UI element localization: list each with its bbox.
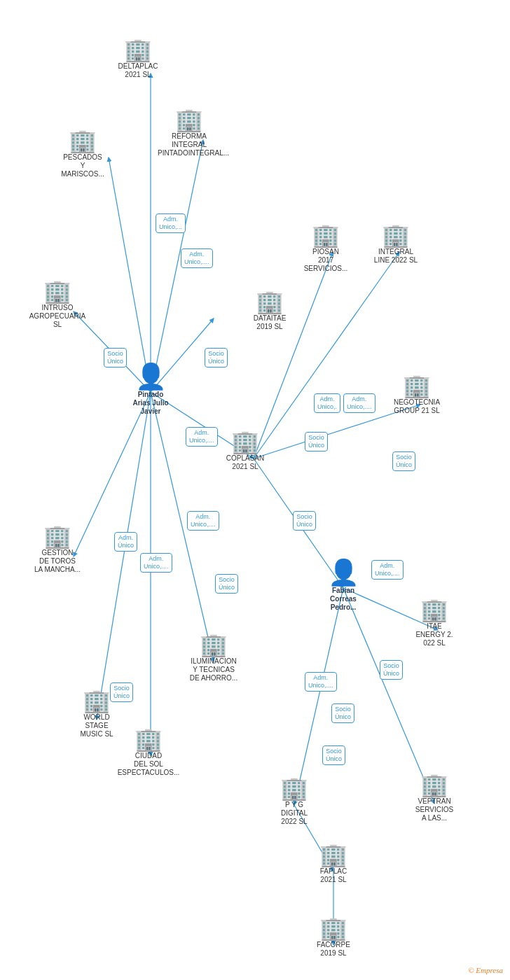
node-label: FACORPE2019 SL — [317, 941, 350, 958]
node-ciudad_del_sol: 🏢CIUDADDEL SOLESPECTACULOS... — [117, 728, 180, 777]
badge-b20[interactable]: SocioÚnico — [322, 746, 345, 765]
svg-line-14 — [254, 252, 333, 458]
node-label: ILUMINACIONY TECNICASDE AHORRO... — [190, 657, 237, 682]
node-iluminacion: 🏢ILUMINACIONY TECNICASDE AHORRO... — [182, 634, 245, 682]
badge-b19[interactable]: SocioÚnico — [331, 704, 354, 723]
person-icon: 👤 — [135, 364, 167, 389]
person-icon: 👤 — [328, 560, 359, 585]
node-label: GESTIONDE TOROSLA MANCHA... — [34, 549, 81, 574]
node-label: WORLDSTAGEMUSIC SL — [80, 713, 113, 738]
badge-b13[interactable]: Adm.Unico,.... — [187, 511, 219, 531]
building-icon: 🏢 — [200, 634, 228, 656]
badge-b6[interactable]: Adm.Unico,. — [314, 393, 340, 413]
badge-b15[interactable]: SocioÚnico — [110, 682, 133, 702]
badge-b14[interactable]: Adm.Unico,.... — [371, 560, 404, 580]
node-label: NEGOTECNIAGROUP 21 SL — [394, 398, 440, 415]
badge-b10[interactable]: SocioÚnico — [293, 511, 316, 531]
node-label: INTEGRALLINE 2022 SL — [374, 248, 418, 265]
building-icon: 🏢 — [256, 290, 284, 313]
badge-b17[interactable]: Adm.Unico,.... — [305, 672, 337, 692]
node-intruso: 🏢INTRUSOAGROPECUARIASL — [26, 280, 89, 329]
badge-b1[interactable]: Adm.Unico,... — [156, 214, 186, 233]
node-label: INTRUSOAGROPECUARIASL — [29, 304, 86, 329]
building-icon: 🏢 — [420, 774, 448, 796]
svg-line-15 — [254, 252, 399, 458]
building-icon: 🏢 — [382, 224, 410, 246]
building-icon: 🏢 — [69, 130, 97, 152]
node-dataitae: 🏢DATAITAE2019 SL — [238, 290, 301, 331]
node-label: FabianCorreasPedro... — [330, 587, 357, 612]
node-label: PintadoArias JulioJavier — [132, 391, 168, 416]
badge-b5[interactable]: Adm.Unico,.... — [186, 427, 218, 447]
node-veptran: 🏢VEPTRANSERVICIOSA LAS... — [403, 774, 466, 822]
node-reforma: 🏢REFORMAINTEGRALPINTADOINTEGRAL... — [158, 108, 221, 158]
building-icon: 🏢 — [135, 728, 163, 750]
building-icon: 🏢 — [319, 844, 347, 866]
svg-line-8 — [294, 588, 343, 805]
node-integral_line: 🏢INTEGRALLINE 2022 SL — [364, 224, 427, 265]
node-pescados: 🏢PESCADOSYMARISCOS... — [51, 130, 114, 178]
badge-b3[interactable]: SocioÚnico — [104, 348, 127, 368]
building-icon: 🏢 — [83, 690, 111, 712]
badge-b16[interactable]: SocioÚnico — [215, 574, 238, 594]
building-icon: 🏢 — [420, 598, 448, 621]
node-label: FAPLAC2021 SL — [320, 867, 347, 884]
building-icon: 🏢 — [43, 525, 71, 547]
node-label: DATAITAE2019 SL — [254, 314, 287, 331]
badge-b11[interactable]: Adm.Único — [114, 532, 137, 552]
badge-b2[interactable]: Adm.Unico,.... — [181, 248, 213, 268]
node-pintado: 👤PintadoArias JulioJavier — [119, 364, 182, 416]
node-fabian: 👤FabianCorreasPedro... — [312, 560, 375, 612]
badge-b7[interactable]: Adm.Unico,.... — [343, 393, 375, 413]
building-icon: 🏢 — [319, 917, 347, 939]
node-label: PIOSAN2017SERVICIOS... — [304, 248, 348, 273]
node-label: P Y GDIGITAL2022 SL — [281, 801, 308, 826]
building-icon: 🏢 — [280, 777, 308, 799]
badge-b8[interactable]: SocioÚnico — [305, 432, 328, 451]
building-icon: 🏢 — [175, 108, 203, 131]
building-icon: 🏢 — [43, 280, 71, 302]
node-gestion: 🏢GESTIONDE TOROSLA MANCHA... — [26, 525, 89, 574]
node-label: PESCADOSYMARISCOS... — [61, 153, 104, 178]
badge-b12[interactable]: Adm.Unico,.... — [140, 553, 172, 573]
node-coplasan: 🏢COPLASAN2021 SL — [214, 430, 277, 471]
node-label: CIUDADDEL SOLESPECTACULOS... — [118, 752, 180, 777]
node-label: VEPTRANSERVICIOSA LAS... — [415, 797, 453, 822]
badge-b18[interactable]: SocioÚnico — [380, 660, 403, 680]
node-itae: 🏢ITAEENERGY 2.022 SL — [403, 598, 466, 648]
node-label: COPLASAN2021 SL — [226, 454, 264, 471]
building-icon: 🏢 — [312, 224, 340, 246]
badge-b9[interactable]: SocioÚnico — [392, 451, 415, 471]
node-label: ITAEENERGY 2.022 SL — [415, 622, 453, 648]
node-pyg: 🏢P Y GDIGITAL2022 SL — [263, 777, 326, 826]
network-canvas: 🏢DELTAPLAC2021 SL🏢REFORMAINTEGRALPINTADO… — [0, 0, 510, 980]
building-icon: 🏢 — [231, 430, 259, 453]
node-piosan: 🏢PIOSAN2017SERVICIOS... — [294, 224, 357, 273]
node-label: REFORMAINTEGRALPINTADOINTEGRAL... — [158, 132, 221, 158]
node-negotecnia: 🏢NEGOTECNIAGROUP 21 SL — [385, 374, 448, 415]
node-deltaplac: 🏢DELTAPLAC2021 SL — [106, 38, 170, 79]
building-icon: 🏢 — [403, 374, 431, 397]
node-label: DELTAPLAC2021 SL — [118, 62, 158, 79]
badge-b4[interactable]: SocioÚnico — [205, 348, 228, 368]
node-faplac: 🏢FAPLAC2021 SL — [302, 844, 365, 884]
building-icon: 🏢 — [124, 38, 152, 61]
watermark: © Empresa — [468, 966, 503, 974]
node-facorpe: 🏢FACORPE2019 SL — [302, 917, 365, 958]
